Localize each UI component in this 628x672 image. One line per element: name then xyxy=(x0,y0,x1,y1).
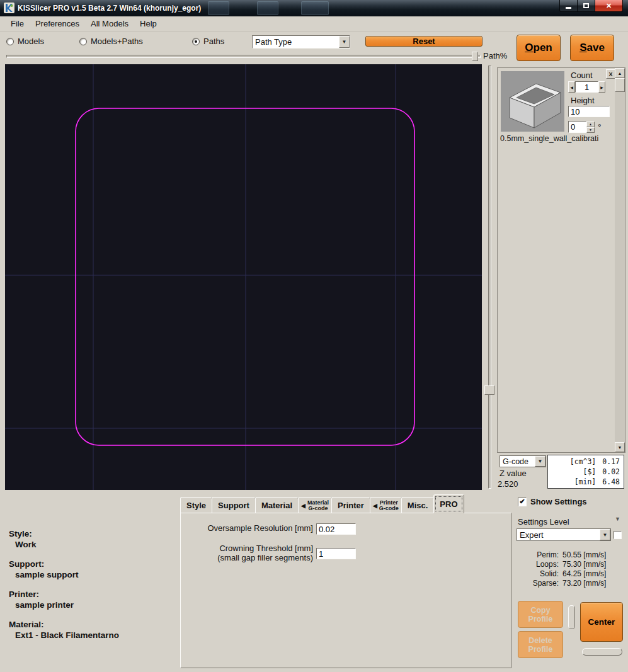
scroll-down-button[interactable]: ▼ xyxy=(615,442,625,452)
settings-tabs: Style Support Material ◀ MaterialG-code … xyxy=(180,494,464,513)
left-arrow-icon: ◀ xyxy=(570,85,573,89)
model-list-scrollbar[interactable]: ▲ ▼ xyxy=(615,68,625,452)
left-triangle-icon: ◀ xyxy=(373,503,377,509)
menu-all-models[interactable]: All Models xyxy=(85,17,134,30)
radio-models-paths-circle xyxy=(79,38,87,45)
rotation-input[interactable] xyxy=(568,121,586,133)
rotation-down-button[interactable]: ▼ xyxy=(586,127,595,133)
save-button[interactable]: Save xyxy=(570,35,614,61)
extra-checkbox[interactable] xyxy=(614,531,622,539)
gcode-arrow-icon[interactable]: ▼ xyxy=(535,456,545,467)
open-button[interactable]: Open xyxy=(517,35,561,61)
count-decrement-button[interactable]: ◀ xyxy=(568,81,575,93)
summary-printer-value: sample printer xyxy=(9,600,119,610)
height-input[interactable] xyxy=(568,106,610,117)
summary-material-value: Ext1 - Black Filamentarno xyxy=(9,630,119,640)
profile-summary: Style:Work Support:sample support Printe… xyxy=(9,529,119,650)
path-percent-slider-handle[interactable] xyxy=(472,52,478,61)
path-type-value: Path Type xyxy=(253,36,339,48)
maximize-icon xyxy=(583,3,589,8)
show-settings-checkbox[interactable]: ✔ Show Settings xyxy=(518,497,587,506)
crowning-input[interactable] xyxy=(316,548,356,559)
left-triangle-icon: ◀ xyxy=(301,503,305,509)
tab-pro[interactable]: PRO xyxy=(433,494,464,513)
delete-profile-button[interactable]: DeleteProfile xyxy=(518,631,563,658)
gcode-dropdown[interactable]: G-code ▼ xyxy=(500,455,546,467)
summary-material-label: Material: xyxy=(9,620,119,629)
model-name[interactable]: 0.5mm_single_wall_calibrati xyxy=(500,134,624,143)
profile-vertical-grip[interactable] xyxy=(568,605,575,629)
tab-misc[interactable]: Misc. xyxy=(401,497,435,513)
oversample-label: Oversample Resolution [mm] xyxy=(190,523,313,533)
path-type-dropdown[interactable]: Path Type ▼ xyxy=(252,35,350,48)
layer-slider-track[interactable] xyxy=(488,65,491,489)
radio-paths[interactable]: Paths xyxy=(192,37,224,46)
reset-button[interactable]: Reset xyxy=(365,36,482,47)
oversample-input[interactable] xyxy=(316,523,356,535)
summary-printer-label: Printer: xyxy=(9,589,119,599)
summary-support-label: Support: xyxy=(9,559,119,569)
viewport-canvas xyxy=(5,64,482,490)
checkbox-checked-icon: ✔ xyxy=(518,498,527,506)
center-button[interactable]: Center xyxy=(580,602,623,642)
down-arrow-icon: ▼ xyxy=(618,445,622,450)
close-icon: ✕ xyxy=(606,2,612,10)
stat-volume-value: 0.17 xyxy=(602,457,620,466)
settings-level-arrow-icon[interactable]: ▼ xyxy=(600,529,610,540)
z-value: 2.520 xyxy=(498,479,518,489)
model-delete-button[interactable]: X xyxy=(606,69,615,79)
crowning-label: Crowning Threshold [mm] (small gap fille… xyxy=(190,544,313,562)
scroll-thumb[interactable] xyxy=(615,78,625,92)
title-bar[interactable]: KISSlicer PRO v1.5 Beta 2.7 Win64 (khoru… xyxy=(0,0,628,16)
print-stats-box: [cm^3]0.17 [$]0.02 [min]6.48 xyxy=(547,455,624,489)
tab-material-gcode[interactable]: ◀ MaterialG-code xyxy=(298,497,332,513)
tab-printer[interactable]: Printer xyxy=(331,497,370,513)
tab-printer-gcode[interactable]: ◀ PrinterG-code xyxy=(370,497,402,513)
radio-models-paths[interactable]: Models+Paths xyxy=(79,37,143,46)
count-field[interactable]: 1 xyxy=(575,81,598,93)
model-list-panel: Count X ◀ 1 ▶ Height ▲ ▼ ° 0.5mm_single_… xyxy=(497,67,625,453)
pro-tab-panel: Oversample Resolution [mm] Crowning Thre… xyxy=(180,513,511,668)
height-label: Height xyxy=(571,96,595,105)
viewport-3d[interactable] xyxy=(5,64,482,490)
right-arrow-icon: ▶ xyxy=(600,85,603,89)
profile-horizontal-grip[interactable] xyxy=(582,648,622,656)
settings-level-dropdown[interactable]: Expert ▼ xyxy=(517,528,611,541)
summary-style-label: Style: xyxy=(9,529,119,538)
tab-style[interactable]: Style xyxy=(180,497,212,513)
speed-readout: Perim:50.55 [mm/s] Loops:75.30 [mm/s] So… xyxy=(515,550,624,588)
minimize-button[interactable] xyxy=(559,0,578,12)
summary-style-value: Work xyxy=(9,540,119,549)
tab-material[interactable]: Material xyxy=(255,497,299,513)
menu-preferences[interactable]: Preferences xyxy=(30,17,85,30)
close-button[interactable]: ✕ xyxy=(595,0,623,12)
kisslicer-window: KISSlicer PRO v1.5 Beta 2.7 Win64 (khoru… xyxy=(0,0,628,672)
scroll-up-button[interactable]: ▲ xyxy=(615,68,625,78)
radio-paths-label: Paths xyxy=(203,37,224,46)
show-settings-label: Show Settings xyxy=(530,497,587,506)
maximize-button[interactable] xyxy=(577,0,595,12)
model-delete-x: X xyxy=(608,71,612,77)
aero-ghost xyxy=(208,1,229,15)
layer-slider-handle[interactable] xyxy=(484,385,494,395)
window-title: KISSlicer PRO v1.5 Beta 2.7 Win64 (khoru… xyxy=(18,4,201,13)
stat-time-unit: [min] xyxy=(552,477,596,486)
aero-ghost xyxy=(301,1,329,15)
count-increment-button[interactable]: ▶ xyxy=(598,81,605,93)
model-thumbnail[interactable] xyxy=(501,71,564,132)
collapse-arrow-icon[interactable]: ▼ xyxy=(615,516,620,522)
copy-profile-button[interactable]: CopyProfile xyxy=(518,601,563,628)
stat-cost-value: 0.02 xyxy=(602,467,620,476)
rotation-up-button[interactable]: ▲ xyxy=(586,122,595,127)
stat-time-value: 6.48 xyxy=(602,477,620,486)
path-percent-slider-track[interactable] xyxy=(6,55,481,58)
menu-help[interactable]: Help xyxy=(134,17,163,30)
radio-models[interactable]: Models xyxy=(6,37,44,46)
path-type-arrow-icon[interactable]: ▼ xyxy=(339,36,350,48)
reset-label: Reset xyxy=(413,37,435,46)
degree-unit: ° xyxy=(598,122,602,132)
tab-support[interactable]: Support xyxy=(212,497,256,513)
radio-models-label: Models xyxy=(18,37,44,46)
up-arrow-icon: ▲ xyxy=(589,122,592,126)
menu-file[interactable]: File xyxy=(5,17,30,30)
